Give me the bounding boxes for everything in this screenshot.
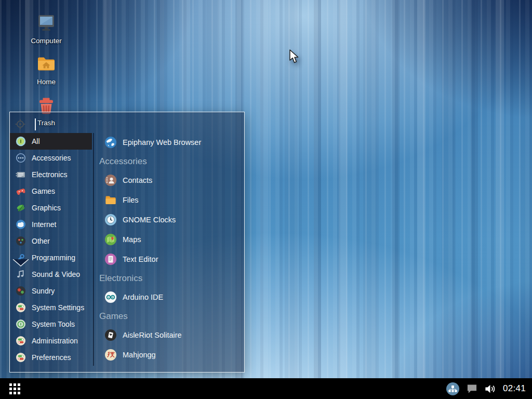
accessories-icon <box>16 153 26 163</box>
menu-category-other[interactable]: Other <box>10 233 92 249</box>
category-label: Games <box>32 187 55 195</box>
applications-menu: AllAccessoriesElectronicsGamesGraphicsIn… <box>9 112 245 373</box>
app-grid-icon <box>9 383 20 394</box>
system-tray: 02:41 <box>446 382 532 396</box>
category-label: Accessories <box>32 154 71 162</box>
category-label: System Settings <box>32 303 84 312</box>
computer-icon <box>36 12 57 33</box>
category-label: Sound & Video <box>32 270 80 278</box>
other-icon <box>16 236 26 246</box>
category-label: Electronics <box>32 170 67 179</box>
app-label: Arduino IDE <box>123 293 163 301</box>
menu-section-header-electronics: Electronics <box>99 269 243 287</box>
menu-pointer-arrow <box>4 259 38 267</box>
preferences-icon <box>16 352 26 363</box>
menu-category-internet[interactable]: Internet <box>10 216 92 233</box>
category-label: All <box>32 137 40 145</box>
system-settings-icon <box>16 302 26 313</box>
menu-app-epiphany-web-browser[interactable]: Epiphany Web Browser <box>99 132 243 152</box>
category-label: System Tools <box>32 320 75 328</box>
menu-app-aisleriot-solitaire[interactable]: AisleRiot Solitaire <box>99 325 243 345</box>
category-label: Preferences <box>32 353 71 362</box>
search-icon <box>15 119 25 129</box>
gnome-clocks-icon <box>104 214 117 226</box>
games-icon <box>16 186 26 196</box>
menu-app-gnome-clocks[interactable]: GNOME Clocks <box>99 210 243 230</box>
desktop-icon-label: Computer <box>31 37 61 45</box>
menu-category-all[interactable]: All <box>10 133 92 150</box>
app-label: Epiphany Web Browser <box>123 138 201 147</box>
app-label: Maps <box>123 235 141 244</box>
sundry-icon <box>16 286 26 296</box>
menu-separator <box>93 133 94 366</box>
menu-app-files[interactable]: Files <box>99 190 243 210</box>
menu-category-system-settings[interactable]: System Settings <box>10 299 92 316</box>
app-label: Text Editor <box>123 255 158 263</box>
app-label: Files <box>123 196 139 204</box>
aisleriot-icon <box>104 329 117 341</box>
notifications-icon[interactable] <box>467 384 477 394</box>
menu-category-electronics[interactable]: Electronics <box>10 166 92 183</box>
menu-category-sound-video[interactable]: Sound & Video <box>10 266 92 283</box>
menu-app-contacts[interactable]: Contacts <box>99 170 243 190</box>
app-label: Contacts <box>123 176 152 184</box>
category-label: Programming <box>32 254 75 262</box>
menu-category-graphics[interactable]: Graphics <box>10 200 92 216</box>
menu-app-text-editor[interactable]: Text Editor <box>99 249 243 269</box>
desktop-icon-label: Home <box>37 78 56 86</box>
search-text-cursor <box>35 118 36 130</box>
electronics-icon <box>16 169 26 180</box>
app-label: AisleRiot Solitaire <box>123 331 182 339</box>
clock[interactable]: 02:41 <box>503 383 526 394</box>
app-label: GNOME Clocks <box>123 216 176 224</box>
graphics-icon <box>16 203 26 213</box>
system-tools-icon <box>16 319 26 329</box>
menu-app-arduino-ide[interactable]: Arduino IDE <box>99 287 243 307</box>
menu-category-list: AllAccessoriesElectronicsGamesGraphicsIn… <box>10 133 92 366</box>
arduino-icon <box>104 291 117 303</box>
menu-button[interactable] <box>0 378 29 399</box>
mahjongg-icon <box>104 349 117 361</box>
sound-video-icon <box>16 269 26 280</box>
category-label: Sundry <box>32 287 55 295</box>
all-icon <box>16 136 26 147</box>
menu-category-games[interactable]: Games <box>10 183 92 200</box>
category-label: Administration <box>32 337 78 345</box>
menu-app-mahjongg[interactable]: Mahjongg <box>99 345 243 365</box>
administration-icon <box>16 336 26 346</box>
network-icon[interactable] <box>446 382 460 396</box>
menu-section-header-accessories: Accessories <box>99 152 243 170</box>
menu-category-sundry[interactable]: Sundry <box>10 283 92 299</box>
desktop-icon-computer[interactable]: Computer <box>20 12 72 45</box>
app-label: Mahjongg <box>123 351 156 359</box>
mouse-cursor <box>289 49 299 66</box>
home-folder-icon <box>36 54 57 74</box>
desktop-icon-home[interactable]: Home <box>20 54 72 86</box>
menu-application-list: Epiphany Web BrowserAccessoriesContactsF… <box>99 132 243 365</box>
menu-category-preferences[interactable]: Preferences <box>10 349 92 366</box>
category-label: Graphics <box>32 204 61 212</box>
text-editor-icon <box>104 253 117 265</box>
category-label: Internet <box>32 220 56 229</box>
maps-icon <box>104 233 117 246</box>
volume-icon[interactable] <box>484 384 496 394</box>
category-label: Other <box>32 237 50 245</box>
desktop-icon-label: Trash <box>37 119 55 127</box>
menu-category-accessories[interactable]: Accessories <box>10 150 92 166</box>
menu-category-administration[interactable]: Administration <box>10 332 92 349</box>
menu-category-system-tools[interactable]: System Tools <box>10 316 92 332</box>
contacts-icon <box>104 174 117 187</box>
internet-icon <box>16 219 26 230</box>
files-icon <box>104 194 117 206</box>
menu-app-maps[interactable]: Maps <box>99 230 243 249</box>
epiphany-icon <box>104 136 117 149</box>
menu-section-header-games: Games <box>99 307 243 325</box>
bottom-panel: 02:41 <box>0 378 532 399</box>
